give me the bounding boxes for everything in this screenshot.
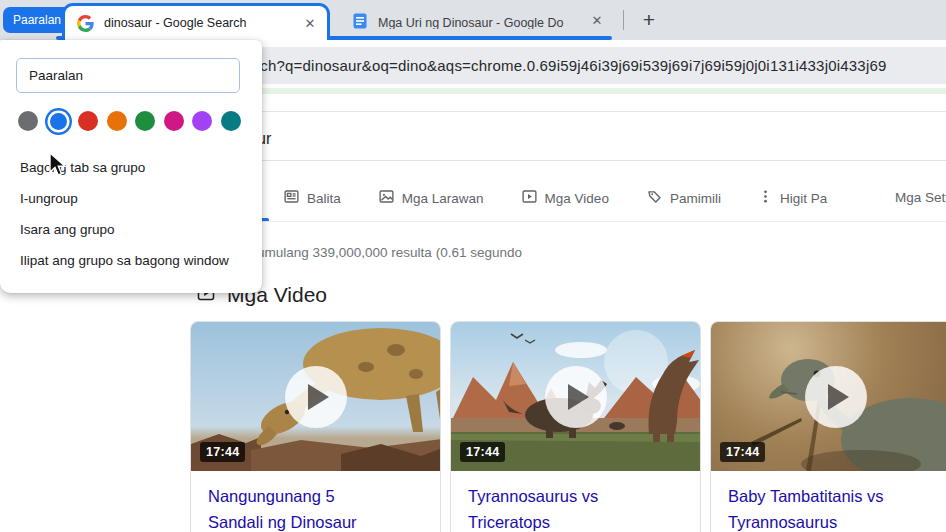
video-results: 17:44 Nangungunang 5 Sandali ng Dinosaur (190, 321, 946, 532)
tab-pamimili[interactable]: Pamimili (646, 188, 721, 208)
browser-window: ur Balita Mga Larawan (0, 0, 946, 532)
video-thumbnail[interactable]: 17:44 (711, 322, 946, 471)
video-thumbnail[interactable]: 17:44 (451, 322, 700, 471)
tab-label: Balita (307, 191, 341, 206)
tab-dinosaur-search[interactable]: dinosaur - Google Search ✕ (62, 3, 330, 40)
tab-label: Mga Larawan (402, 191, 484, 206)
tab-label: Pamimili (670, 191, 721, 206)
images-icon (378, 188, 395, 208)
google-favicon (77, 15, 94, 32)
tab-title: Mga Uri ng Dinosaur - Google Do (378, 16, 564, 29)
search-box[interactable] (200, 111, 946, 161)
page-highlight-strip (238, 88, 946, 94)
color-swatch-pink[interactable] (164, 111, 184, 131)
color-swatch-green[interactable] (135, 111, 155, 131)
tab-title: dinosaur - Google Search (104, 16, 301, 30)
video-card[interactable]: 17:44 Tyrannosaurus vs Triceratops (450, 321, 701, 532)
result-stats: umulang 339,000,000 resulta (0.61 segund… (257, 245, 522, 260)
tab-separator (623, 10, 624, 30)
video-duration: 17:44 (200, 442, 245, 462)
tab-mga-uri-ng-dinosaur[interactable]: Mga Uri ng Dinosaur - Google Do ✕ (340, 5, 612, 36)
address-bar[interactable]: earch?q=dinosaur&oq=dino&aqs=chrome.0.69… (238, 47, 946, 84)
more-dots-icon (758, 188, 773, 208)
group-color-swatches (18, 108, 262, 134)
tab-label: Mga Video (545, 191, 609, 206)
tab-balita[interactable]: Balita (283, 188, 341, 208)
result-type-tabs: Balita Mga Larawan Mga Video (283, 188, 827, 208)
menu-item-ungroup[interactable]: I-ungroup (0, 183, 262, 214)
play-button[interactable] (545, 366, 607, 428)
shopping-tag-icon (646, 188, 663, 208)
menu-item-move-group-to-new-window[interactable]: Ilipat ang grupo sa bagong window (0, 245, 262, 276)
video-duration: 17:44 (460, 442, 505, 462)
group-name-input[interactable] (16, 58, 240, 93)
tab-higit-pa[interactable]: Higit Pa (758, 188, 827, 208)
video-title[interactable]: Baby Tambatitanis vs Tyrannosaurus (711, 471, 946, 532)
mouse-cursor (48, 152, 70, 182)
color-swatch-blue[interactable] (50, 113, 67, 130)
color-swatch-red[interactable] (78, 111, 98, 131)
google-docs-icon (352, 13, 368, 29)
close-icon[interactable]: ✕ (588, 12, 606, 30)
color-swatch-grey[interactable] (18, 111, 38, 131)
color-swatch-purple[interactable] (192, 111, 212, 131)
new-tab-button[interactable]: + (636, 7, 662, 33)
tab-label: Higit Pa (780, 191, 827, 206)
tab-strip: Paaralan dinosaur - Google Search ✕ (0, 0, 946, 40)
video-title[interactable]: Nangungunang 5 Sandali ng Dinosaur (191, 471, 440, 532)
video-thumbnail[interactable]: 17:44 (191, 322, 440, 471)
menu-item-close-group[interactable]: Isara ang grupo (0, 214, 262, 245)
play-button[interactable] (285, 366, 347, 428)
play-button[interactable] (805, 366, 867, 428)
url-text: earch?q=dinosaur&oq=dino&aqs=chrome.0.69… (238, 57, 887, 74)
menu-item-new-tab-in-group[interactable]: Bagong tab sa grupo (0, 152, 262, 183)
tab-group-menu: Bagong tab sa grupo I-ungroup Isara ang … (0, 40, 262, 293)
color-swatch-orange[interactable] (107, 111, 127, 131)
video-card[interactable]: 17:44 Nangungunang 5 Sandali ng Dinosaur (190, 321, 441, 532)
video-card[interactable]: 17:44 Baby Tambatitanis vs Tyrannosaurus (710, 321, 946, 532)
group-menu-items: Bagong tab sa grupo I-ungroup Isara ang … (0, 152, 262, 276)
video-icon (521, 188, 538, 208)
video-duration: 17:44 (720, 442, 765, 462)
tab-mga-video[interactable]: Mga Video (521, 188, 609, 208)
news-icon (283, 188, 300, 208)
close-icon[interactable]: ✕ (301, 14, 319, 32)
settings-link[interactable]: Mga Sett (895, 190, 946, 205)
color-swatch-teal[interactable] (221, 111, 241, 131)
tab-group-chip[interactable]: Paaralan (3, 7, 71, 33)
tab-mga-larawan[interactable]: Mga Larawan (378, 188, 484, 208)
video-title[interactable]: Tyrannosaurus vs Triceratops (451, 471, 700, 532)
